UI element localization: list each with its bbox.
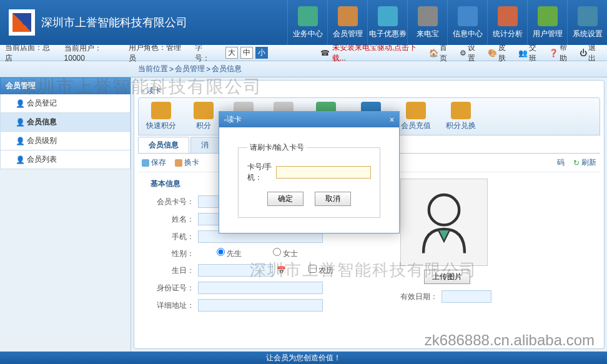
tool-0[interactable]: 快速积分 [141,101,181,132]
logo [9,9,35,36]
sidebar-header: 会员管理 [0,77,131,94]
tab-0[interactable]: 会员信息 [138,137,189,153]
swap-card-btn[interactable]: 换卡 [175,157,199,168]
tool-6[interactable]: 会员充值 [396,101,436,132]
statuslink-交班[interactable]: 👥交班 [518,42,543,64]
top-menu: 业务中心会员管理电子优惠券来电宝信息中心统计分析用户管理系统设置 [287,0,607,45]
modal-cancel-btn[interactable]: 取消 [315,192,351,206]
member-icon: 👤 [16,137,24,145]
panel-title: ▫ 读卡 [138,84,600,97]
modal-titlebar: ▫ 读卡 × [219,112,399,127]
statuslink-帮助[interactable]: ❓帮助 [549,42,573,64]
lunar-check[interactable]: 农历 [290,265,333,276]
sidebar-item-1[interactable]: 👤会员信息 [0,113,131,132]
read-card-modal: ▫ 读卡 × 请刷卡/输入卡号 卡号/手机： 确定 取消 [219,111,400,234]
sidebar-item-2[interactable]: 👤会员级别 [0,132,131,150]
font-mid[interactable]: 中 [240,47,253,59]
sidebar-item-0[interactable]: 👤会员登记 [0,94,131,113]
avatar-placeholder [400,179,488,266]
statuslink-皮肤[interactable]: 🎨皮肤 [488,42,512,64]
gender-female[interactable]: 女士 [254,248,298,259]
company-name: 深圳市上誉智能科技有限公司 [41,15,187,30]
topmenu-6[interactable]: 用户管理 [527,0,567,45]
modal-ok-btn[interactable]: 确定 [267,192,304,206]
status-bar: 当前店面：总店 当前用户：10000 用户角色：管理员 字号： 大 中 小 ☎ … [0,45,607,61]
topmenu-2[interactable]: 电子优惠券 [367,0,407,45]
member-icon: 👤 [16,155,24,164]
font-large[interactable]: 大 [225,47,238,59]
address-input[interactable] [198,299,323,312]
member-icon: 👤 [16,118,24,127]
password-btn[interactable]: 码 [557,157,565,168]
topmenu-5[interactable]: 统计分析 [487,0,527,45]
modal-legend: 请刷卡/输入卡号 [247,142,307,153]
topmenu-0[interactable]: 业务中心 [287,0,327,45]
phone-icon: ☎ [320,49,330,57]
app-header: 深圳市上誉智能科技有限公司 业务中心会员管理电子优惠券来电宝信息中心统计分析用户… [0,0,607,45]
valid-date-input[interactable] [442,290,491,303]
gender-male[interactable]: 先生 [198,248,242,259]
sidebar-item-3[interactable]: 👤会员列表 [0,150,131,169]
svg-point-0 [429,195,459,225]
topmenu-1[interactable]: 会员管理 [327,0,367,45]
phone-driver-msg[interactable]: 未安装来电宝驱动,点击下载... [332,42,427,64]
topmenu-4[interactable]: 信息中心 [447,0,487,45]
topmenu-7[interactable]: 系统设置 [567,0,607,45]
tab-1[interactable]: 消 [190,137,219,153]
card-number-input[interactable] [276,166,371,179]
calendar-icon[interactable]: 📅 [277,266,286,275]
upload-photo-btn[interactable]: 上传图片 [424,270,470,284]
sidebar: 会员管理 👤会员登记👤会员信息👤会员级别👤会员列表 [0,77,131,352]
breadcrumb: 当前位置> 会员管理> 会员信息 [0,61,607,77]
font-small[interactable]: 小 [255,47,268,59]
status-links: 🏠首页⚙设置🎨皮肤👥交班❓帮助⏻退出 [429,42,602,64]
idcard-input[interactable] [198,282,323,294]
birth-input[interactable] [198,264,273,277]
avatar-section: 上传图片 有效日期： [400,179,494,317]
refresh-btn[interactable]: ↻刷新 [573,157,596,168]
statuslink-设置[interactable]: ⚙设置 [460,42,481,64]
topmenu-3[interactable]: 来电宝 [407,0,447,45]
footer: 让会员为您创造价值！ [0,352,607,364]
tool-1[interactable]: 积分 [186,101,221,132]
statuslink-退出[interactable]: ⏻退出 [580,42,602,64]
member-icon: 👤 [16,99,24,108]
modal-close-icon[interactable]: × [390,116,394,124]
tool-7[interactable]: 积分兑换 [441,101,481,132]
save-btn[interactable]: 保存 [142,157,166,168]
card-icon: ▫ [142,87,144,96]
statuslink-首页[interactable]: 🏠首页 [429,42,453,64]
